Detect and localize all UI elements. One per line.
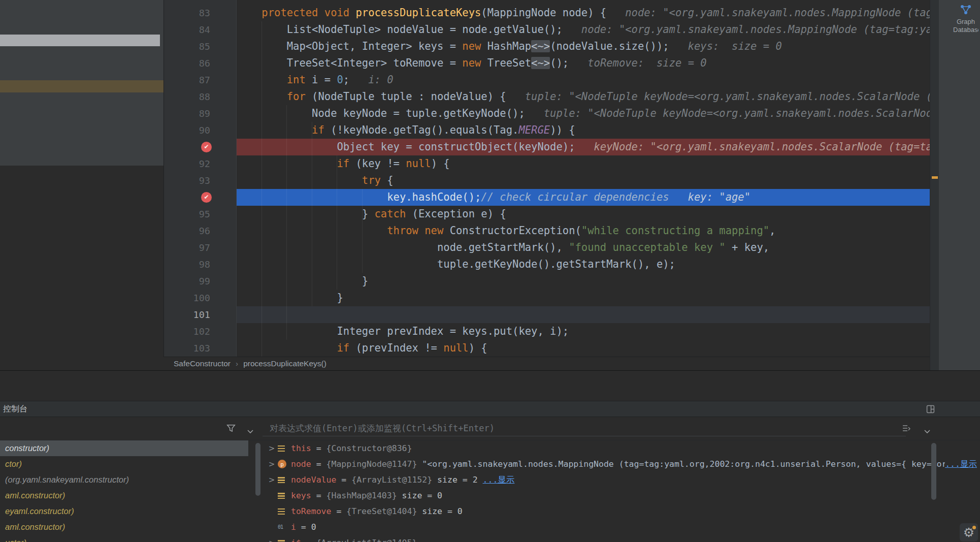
variable-ref-value: {Constructor@836}	[326, 443, 412, 453]
code-text[interactable]: }	[237, 273, 930, 290]
left-sidebar-panel	[0, 0, 164, 166]
line-number[interactable]: 88	[164, 88, 237, 105]
equals-sign: =	[301, 538, 316, 542]
stack-frame-item[interactable]: uctor)	[0, 535, 254, 542]
breakpoint-icon[interactable]: ✔	[164, 139, 237, 155]
line-number[interactable]: 96	[164, 222, 237, 239]
code-text[interactable]: try {	[237, 172, 930, 189]
breadcrumb-class[interactable]: SafeConstructor	[174, 359, 231, 368]
variable-row-i$[interactable]: >i$ = {ArrayList$Itr@1405}	[266, 535, 980, 542]
line-number[interactable]: 103	[164, 340, 237, 357]
variable-row-toRemove[interactable]: toRemove = {TreeSet@1404} size = 0	[266, 503, 980, 519]
layout-grid-icon[interactable]	[926, 405, 935, 416]
code-text[interactable]: node.getStartMark(), "found unacceptable…	[237, 239, 930, 256]
code-text[interactable]: protected void processDuplicateKeys(Mapp…	[237, 5, 930, 21]
show-more-link[interactable]: ...显示	[483, 474, 515, 486]
stack-frame-item[interactable]: constructor)	[0, 440, 248, 456]
line-number[interactable]: 99	[164, 273, 237, 290]
line-number[interactable]: 101	[164, 306, 237, 323]
inline-debug-hint: tuple: "<NodeTuple keyNode=<org.yaml.sna…	[525, 107, 930, 119]
line-number[interactable]: 85	[164, 38, 237, 55]
variable-size-value: size = 0	[422, 506, 462, 516]
stack-frame-item[interactable]: ctor)	[0, 456, 254, 472]
variable-row-keys[interactable]: keys = {HashMap@1403} size = 0	[266, 488, 980, 503]
code-text[interactable]: if (key != null) {	[237, 155, 930, 172]
frames-scrollbar-thumb[interactable]	[255, 443, 260, 496]
editor-error-stripe[interactable]	[930, 0, 939, 370]
value-icon	[278, 445, 291, 452]
code-line-96: 96 throw new ConstructorException("while…	[164, 222, 930, 239]
code-line-97: 97 node.getStartMark(), "found unaccepta…	[164, 239, 930, 256]
indent-guide	[262, 21, 262, 357]
sidebar-selected-row[interactable]	[0, 35, 160, 46]
code-text[interactable]: } catch (Exception e) {	[237, 206, 930, 222]
line-number[interactable]: 90	[164, 122, 237, 139]
variable-ref-value: {TreeSet@1404}	[346, 506, 422, 516]
line-number[interactable]: 89	[164, 105, 237, 122]
variable-size-value: size = 0	[402, 491, 442, 500]
watch-options-icon[interactable]	[902, 424, 911, 434]
breakpoint-icon[interactable]: ✔	[164, 189, 237, 206]
left-sidebar-lower-area	[0, 166, 164, 370]
evaluate-expression-input[interactable]	[263, 421, 906, 436]
inline-debug-hint: tuple: "<NodeTuple keyNode=<org.yaml.sna…	[506, 90, 930, 103]
code-text[interactable]: Object key = constructObject(keyNode); k…	[237, 139, 930, 155]
collapse-chevron-icon[interactable]	[924, 426, 930, 436]
code-text[interactable]: for (NodeTuple tuple : nodeValue) { tupl…	[237, 88, 930, 105]
code-line-83: 83 protected void processDuplicateKeys(M…	[164, 5, 930, 21]
line-number[interactable]: 86	[164, 55, 237, 72]
variable-row-i[interactable]: 01i = 0	[266, 519, 980, 535]
graph-database-tool-button[interactable]: Graph Database	[953, 4, 978, 34]
show-more-link[interactable]: ...显示	[945, 459, 977, 470]
stack-frame-item[interactable]: eyaml.constructor)	[0, 503, 254, 519]
line-number[interactable]: 84	[164, 21, 237, 38]
code-text[interactable]: Integer prevIndex = keys.put(key, i);	[237, 323, 930, 340]
line-number[interactable]: 95	[164, 206, 237, 222]
expand-chevron-icon[interactable]: >	[266, 460, 278, 469]
expand-chevron-icon[interactable]: >	[266, 475, 278, 485]
code-text[interactable]: }	[237, 290, 930, 306]
code-text[interactable]: int i = 0; i: 0	[237, 72, 930, 88]
breadcrumb-method[interactable]: processDuplicateKeys()	[243, 359, 326, 368]
sidebar-highlight-row[interactable]	[0, 80, 164, 92]
code-text[interactable]: List<NodeTuple> nodeValue = node.getValu…	[237, 21, 930, 38]
variables-scrollbar-thumb[interactable]	[931, 443, 936, 500]
variable-row-nodeValue[interactable]: >nodeValue = {ArrayList@1152} size = 2 .…	[266, 472, 980, 488]
code-text[interactable]: TreeSet<Integer> toRemove = new TreeSet<…	[237, 55, 930, 72]
line-number[interactable]: 102	[164, 323, 237, 340]
indent-guide	[312, 122, 312, 306]
line-number[interactable]: 87	[164, 72, 237, 88]
editor-lines: 83 protected void processDuplicateKeys(M…	[164, 5, 930, 357]
line-number[interactable]: 97	[164, 239, 237, 256]
filter-icon[interactable]	[226, 424, 236, 435]
variable-name: i$	[291, 538, 301, 542]
line-number[interactable]: 93	[164, 172, 237, 189]
line-number[interactable]: 98	[164, 256, 237, 273]
code-text[interactable]	[237, 306, 930, 323]
frames-scrollbar[interactable]	[255, 443, 261, 542]
graph-database-label-line2: Database	[953, 26, 978, 34]
variable-row-node[interactable]: >pnode = {MappingNode@1147} "<org.yaml.s…	[266, 456, 980, 472]
code-text[interactable]: if (prevIndex != null) {	[237, 340, 930, 357]
code-text[interactable]: key.hashCode();// check circular depende…	[237, 189, 930, 206]
stack-frame-item[interactable]: aml.constructor)	[0, 519, 254, 535]
code-text[interactable]: if (!keyNode.getTag().equals(Tag.MERGE))…	[237, 122, 930, 139]
code-line-94: ✔ key.hashCode();// check circular depen…	[164, 189, 930, 206]
variable-row-this[interactable]: >this = {Constructor@836}	[266, 440, 980, 456]
value-icon	[278, 477, 291, 483]
settings-gear-icon[interactable]: ⚙	[960, 523, 978, 541]
line-number[interactable]: 92	[164, 155, 237, 172]
expand-chevron-icon[interactable]: >	[266, 538, 278, 542]
code-text[interactable]: tuple.getKeyNode().getStartMark(), e);	[237, 256, 930, 273]
filter-chevron-icon[interactable]	[247, 426, 253, 436]
line-number[interactable]: 100	[164, 290, 237, 306]
warning-stripe-mark[interactable]	[932, 176, 938, 179]
line-number[interactable]: 83	[164, 5, 237, 21]
code-text[interactable]: throw new ConstructorException("while co…	[237, 222, 930, 239]
code-text[interactable]: Node keyNode = tuple.getKeyNode(); tuple…	[237, 105, 930, 122]
tab-console[interactable]: 控制台	[3, 404, 27, 415]
stack-frame-item[interactable]: aml.constructor)	[0, 488, 254, 503]
code-text[interactable]: Map<Object, Integer> keys = new HashMap<…	[237, 38, 930, 55]
expand-chevron-icon[interactable]: >	[266, 444, 278, 453]
stack-frame-item[interactable]: (org.yaml.snakeyaml.constructor)	[0, 472, 254, 488]
